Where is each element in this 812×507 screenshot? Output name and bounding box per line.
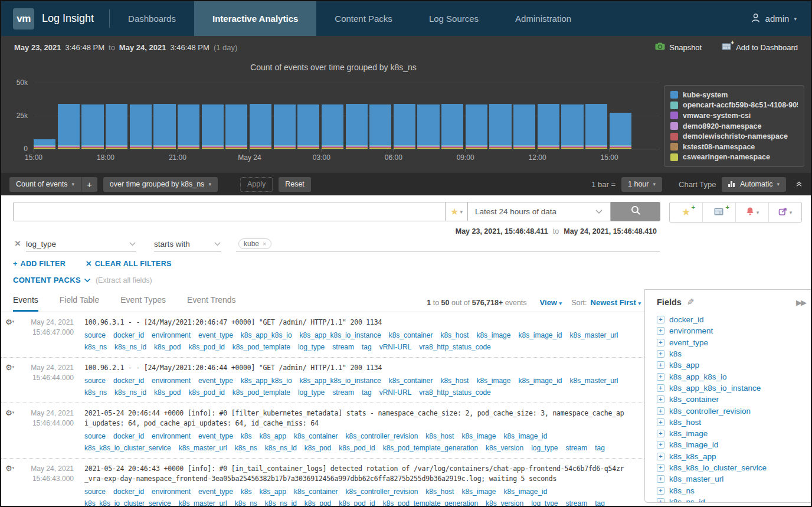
event-field-link-k8s-pod[interactable]: k8s_pod <box>154 387 181 398</box>
event-field-link-k8s[interactable]: k8s <box>241 431 252 442</box>
chip-remove-icon[interactable]: × <box>263 240 266 247</box>
event-field-link-tag[interactable]: tag <box>595 443 605 454</box>
chart-bar-1[interactable] <box>58 104 80 149</box>
field-item-k8s-app-k8s-io[interactable]: +k8s_app_k8s_io <box>657 371 812 382</box>
nav-tab-content-packs[interactable]: Content Packs <box>316 1 411 36</box>
event-field-link-environment[interactable]: environment <box>152 330 191 341</box>
collapse-chart-icon[interactable] <box>795 179 803 189</box>
add-field-icon[interactable]: + <box>657 430 664 437</box>
save-favorite-button[interactable]: ★ + <box>670 202 702 222</box>
event-field-link-k8s-image-id[interactable]: k8s_image_id <box>503 486 547 498</box>
chart-bar-22[interactable] <box>561 104 583 149</box>
bar-interval-dropdown[interactable]: 1 hour▾ <box>621 177 662 192</box>
event-field-link-source[interactable]: source <box>84 486 106 498</box>
legend-item-demolewischristo-namespace[interactable]: demolewischristo-namespace <box>670 131 798 142</box>
chart-bar-19[interactable] <box>489 104 511 149</box>
add-filter-button[interactable]: +ADD FILTER <box>13 259 66 268</box>
field-item-docker-id[interactable]: +docker_id <box>657 314 812 325</box>
event-field-link-k8s-app[interactable]: k8s_app <box>260 431 286 442</box>
add-field-icon[interactable]: + <box>657 487 664 495</box>
chart-bar-6[interactable] <box>178 104 199 149</box>
clear-all-filters-button[interactable]: ✕CLEAR ALL FILTERS <box>86 259 172 268</box>
field-item-k8s-ns[interactable]: +k8s_ns <box>657 485 812 496</box>
event-field-link-k8s-ns-id[interactable]: k8s_ns_id <box>114 387 146 398</box>
collapse-panel-icon[interactable]: ▶▶ <box>796 298 806 307</box>
event-field-link-k8s-master-url[interactable]: k8s_master_url <box>179 498 227 507</box>
chart-bar-0[interactable] <box>34 139 55 149</box>
event-field-link-tag[interactable]: tag <box>595 498 605 507</box>
legend-item-kube-system[interactable]: kube-system <box>670 90 798 100</box>
event-field-link-source[interactable]: source <box>84 375 106 387</box>
add-field-icon[interactable]: + <box>657 339 664 346</box>
sort-dropdown[interactable]: Newest First ▾ <box>591 298 641 307</box>
add-field-icon[interactable]: + <box>657 475 664 483</box>
field-item-k8s[interactable]: +k8s <box>657 348 812 359</box>
nav-tab-interactive-analytics[interactable]: Interactive Analytics <box>194 1 316 36</box>
event-field-link-k8s-pod-template-generation[interactable]: k8s_pod_template_generation <box>383 498 478 507</box>
event-field-link-stream[interactable]: stream <box>332 342 354 353</box>
add-function-button[interactable]: + <box>81 177 97 192</box>
event-field-link-k8s-image-id[interactable]: k8s_image_id <box>518 330 562 341</box>
event-field-link-k8s-image-id[interactable]: k8s_image_id <box>518 375 562 387</box>
chart-bar-13[interactable] <box>346 104 368 149</box>
event-field-link-k8s-container[interactable]: k8s_container <box>294 486 338 498</box>
event-field-link-event-type[interactable]: event_type <box>198 330 233 341</box>
event-field-link-tag[interactable]: tag <box>362 387 372 398</box>
event-field-link-k8s-host[interactable]: k8s_host <box>440 330 469 341</box>
event-field-link-k8s-app-k8s-io[interactable]: k8s_app_k8s_io <box>241 330 292 341</box>
event-field-link-k8s-pod-template[interactable]: k8s_pod_template <box>233 342 290 353</box>
event-field-link-k8s-ns[interactable]: k8s_ns <box>235 443 257 454</box>
event-field-link-k8s-controller-revision[interactable]: k8s_controller_revision <box>346 486 418 498</box>
event-field-link-k8s-image[interactable]: k8s_image <box>461 486 496 498</box>
add-field-icon[interactable]: + <box>657 361 664 369</box>
event-field-link-k8s-host[interactable]: k8s_host <box>425 486 454 498</box>
field-item-k8s-controller-revision[interactable]: +k8s_controller_revision <box>657 405 812 416</box>
event-field-link-k8s-k8s-io-cluster-service[interactable]: k8s_k8s_io_cluster_service <box>84 498 171 507</box>
content-packs-dropdown[interactable]: CONTENT PACKS <box>13 276 91 284</box>
event-field-link-k8s-pod[interactable]: k8s_pod <box>304 443 331 454</box>
field-item-environment[interactable]: +environment <box>657 325 812 336</box>
tab-field-table[interactable]: Field Table <box>60 295 99 312</box>
chart-bar-9[interactable] <box>250 104 271 149</box>
event-field-link-docker-id[interactable]: docker_id <box>113 486 144 498</box>
filter-operator-dropdown[interactable]: starts with <box>154 237 221 251</box>
event-field-link-k8s[interactable]: k8s <box>241 486 252 498</box>
field-item-k8s-app[interactable]: +k8s_app <box>657 359 812 371</box>
chart-bar-10[interactable] <box>274 104 296 149</box>
event-field-link-k8s-ns[interactable]: k8s_ns <box>84 342 107 353</box>
event-field-link-k8s-host[interactable]: k8s_host <box>440 375 469 387</box>
event-field-link-k8s-k8s-io-cluster-service[interactable]: k8s_k8s_io_cluster_service <box>84 443 171 454</box>
chart-bar-11[interactable] <box>297 104 319 149</box>
event-field-link-event-type[interactable]: event_type <box>198 486 233 498</box>
field-item-k8s-app-k8s-io-instance[interactable]: +k8s_app_k8s_io_instance <box>657 382 812 394</box>
event-field-link-log-type[interactable]: log_type <box>531 498 558 507</box>
event-field-link-environment[interactable]: environment <box>152 486 191 498</box>
event-field-link-environment[interactable]: environment <box>152 431 191 442</box>
field-item-k8s-k8s-app[interactable]: +k8s_k8s_app <box>657 451 812 462</box>
search-button[interactable] <box>611 202 660 221</box>
event-field-link-tag[interactable]: tag <box>362 342 372 353</box>
chart-bar-12[interactable] <box>322 104 343 149</box>
field-item-k8s-container[interactable]: +k8s_container <box>657 394 812 405</box>
event-field-link-log-type[interactable]: log_type <box>298 387 325 398</box>
event-actions-gear[interactable]: ⚙▾ <box>1 318 25 352</box>
function-dropdown[interactable]: Count of events▾ <box>9 177 81 192</box>
add-field-icon[interactable]: + <box>657 453 664 460</box>
event-field-link-k8s-image-id[interactable]: k8s_image_id <box>503 431 547 442</box>
groupby-dropdown[interactable]: over time grouped by k8s_ns▾ <box>103 177 218 192</box>
chart-bar-21[interactable] <box>538 104 559 149</box>
remove-filter-icon[interactable]: × <box>15 238 21 248</box>
event-field-link-k8s-master-url[interactable]: k8s_master_url <box>179 443 227 454</box>
add-field-icon[interactable]: + <box>657 327 664 335</box>
add-field-icon[interactable]: + <box>657 384 664 392</box>
edit-fields-icon[interactable]: ✎ <box>687 297 695 308</box>
event-field-link-k8s-container[interactable]: k8s_container <box>389 330 433 341</box>
chart-bar-24[interactable] <box>610 113 631 149</box>
event-field-link-k8s-pod[interactable]: k8s_pod <box>304 498 331 507</box>
chart-type-dropdown[interactable]: Automatic▾ <box>722 177 786 192</box>
event-field-link-log-type[interactable]: log_type <box>531 443 558 454</box>
chart-bar-14[interactable] <box>369 104 391 149</box>
tab-events[interactable]: Events <box>13 295 38 312</box>
event-field-link-stream[interactable]: stream <box>566 443 588 454</box>
event-field-link-k8s-master-url[interactable]: k8s_master_url <box>570 330 618 341</box>
